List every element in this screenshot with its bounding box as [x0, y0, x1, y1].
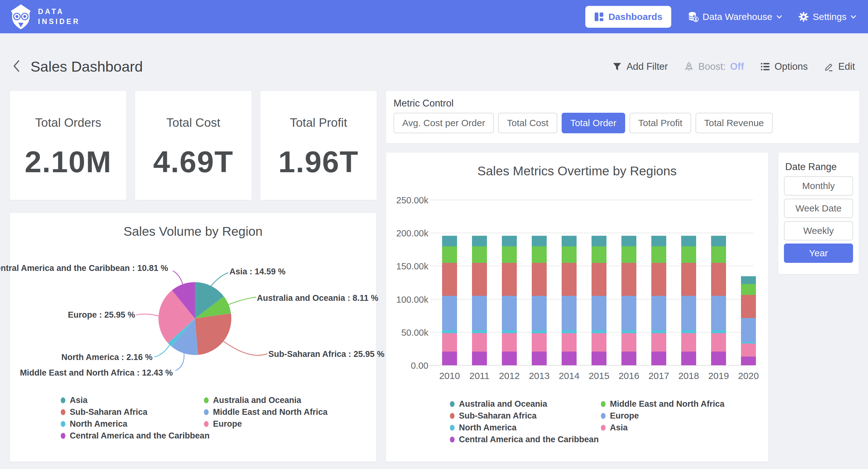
pie-slice[interactable] [195, 313, 231, 355]
boost-toggle[interactable]: Boost: Off [684, 61, 744, 72]
legend-item[interactable]: Asia [601, 422, 744, 434]
x-axis-tick: 2010 [435, 371, 465, 381]
bar-segment [472, 246, 487, 263]
nav-settings-label: Settings [813, 11, 846, 22]
nav-settings[interactable]: Settings [798, 11, 856, 22]
page-title: Sales Dashboard [31, 58, 143, 75]
legend-item[interactable]: Australia and Oceania [204, 394, 347, 406]
options-button[interactable]: Options [760, 61, 808, 72]
pie-slice-label: Europe : 25.95 % [68, 310, 135, 320]
stacked-bar-2019[interactable] [711, 236, 726, 365]
bar-segment [681, 333, 696, 352]
y-axis-tick: 50.00k [388, 328, 428, 338]
kpi-card-total-profit: Total Profit 1.96T [260, 91, 377, 200]
add-filter-button[interactable]: Add Filter [612, 61, 668, 72]
bar-chart-title: Sales Metrics Overtime by Regions [386, 164, 768, 178]
legend-item[interactable]: Sub-Saharan Africa [450, 410, 601, 422]
bar-segment [651, 263, 666, 296]
bar-segment [621, 352, 637, 365]
bar-segment [741, 344, 756, 357]
metric-option-total-order[interactable]: Total Order [562, 113, 625, 133]
stacked-bar-2018[interactable] [681, 236, 696, 365]
legend-label: Middle East and North Africa [610, 399, 724, 409]
metric-control-buttons: Avg. Cost per OrderTotal CostTotal Order… [394, 113, 773, 133]
nav-dashboards[interactable]: Dashboards [585, 6, 671, 28]
stacked-bar-2012[interactable] [502, 236, 517, 365]
bar-segment [562, 352, 577, 365]
x-axis-tick: 2019 [704, 371, 734, 381]
stacked-bar-2017[interactable] [651, 236, 666, 365]
pie-slice-label: Australia and Oceania : 8.11 % [257, 293, 378, 303]
bar-segment [681, 352, 696, 365]
pie-chart-card: Sales Volume by Region Asia : 14.59 %Aus… [10, 213, 376, 462]
bar-segment [592, 352, 607, 365]
stacked-bar-2011[interactable] [472, 236, 487, 365]
nav-dashboards-label: Dashboards [608, 11, 662, 22]
metric-option-avg-cost-per-order[interactable]: Avg. Cost per Order [394, 113, 494, 133]
bar-segment [711, 352, 726, 365]
edit-button[interactable]: Edit [824, 61, 855, 72]
stacked-bar-2014[interactable] [562, 236, 577, 365]
bar-segment [592, 263, 607, 296]
stacked-bar-2010[interactable] [442, 236, 457, 365]
bar-segment [592, 330, 607, 333]
pie-label-connector [173, 271, 183, 284]
x-axis-tick: 2011 [465, 371, 494, 381]
date-option-year[interactable]: Year [784, 243, 853, 263]
legend-item[interactable]: North America [450, 422, 601, 434]
stacked-bar-2013[interactable] [532, 236, 547, 365]
add-filter-label: Add Filter [626, 61, 668, 72]
gridline [430, 200, 753, 200]
legend-label: Europe [213, 419, 242, 429]
metric-option-total-cost[interactable]: Total Cost [498, 113, 557, 133]
metric-option-total-revenue[interactable]: Total Revenue [695, 113, 773, 133]
legend-label: Sub-Saharan Africa [70, 407, 148, 417]
x-axis-tick: 2015 [584, 371, 614, 381]
x-axis-tick: 2014 [554, 371, 584, 381]
stacked-bar-2020[interactable] [741, 276, 756, 365]
legend-label: Asia [70, 395, 88, 405]
bar-segment [651, 236, 666, 246]
dashboard-grid-icon [594, 12, 604, 22]
boost-label: Boost: [698, 61, 726, 72]
bar-segment [711, 296, 726, 330]
bar-segment [741, 284, 756, 295]
y-axis-tick: 100.00k [388, 295, 428, 305]
date-option-weekly[interactable]: Weekly [784, 221, 853, 240]
legend-dot [450, 413, 455, 419]
pie-slice-label: Middle East and North Africa : 12.43 % [20, 368, 173, 378]
bar-segment [741, 276, 756, 284]
bar-segment [741, 318, 756, 342]
legend-item[interactable]: Asia [61, 394, 204, 406]
y-axis-tick: 250.00k [388, 195, 428, 206]
bar-segment [711, 333, 726, 352]
bar-segment [741, 357, 756, 365]
legend-dot [450, 401, 455, 407]
bar-segment [621, 296, 637, 330]
back-button[interactable] [9, 57, 23, 75]
stacked-bar-2015[interactable] [592, 236, 607, 365]
kpi-value: 4.69T [153, 145, 234, 179]
legend-dot [601, 401, 606, 407]
stacked-bar-2016[interactable] [621, 236, 637, 365]
brand-line2: INSIDER [38, 17, 80, 27]
legend-item[interactable]: Europe [601, 410, 744, 422]
legend-item[interactable]: Sub-Saharan Africa [61, 406, 204, 418]
legend-item[interactable]: Central America and the Caribbean [450, 434, 601, 445]
legend-item[interactable]: Middle East and North Africa [601, 398, 744, 410]
bar-segment [621, 263, 637, 296]
bar-segment [681, 236, 696, 246]
y-axis-tick: 150.00k [388, 261, 428, 271]
bar-segment [532, 333, 547, 352]
date-option-monthly[interactable]: Monthly [784, 176, 853, 196]
y-axis-tick: 200.00k [388, 228, 428, 239]
legend-item[interactable]: Middle East and North Africa [204, 406, 347, 418]
legend-item[interactable]: Central America and the Caribbean [61, 430, 204, 442]
nav-data-warehouse[interactable]: Data Warehouse [687, 11, 782, 23]
date-option-week-date[interactable]: Week Date [784, 199, 853, 218]
metric-option-total-profit[interactable]: Total Profit [629, 113, 691, 133]
legend-item[interactable]: Australia and Oceania [450, 398, 601, 410]
bar-segment [681, 263, 696, 296]
legend-item[interactable]: North America [61, 418, 204, 430]
legend-item[interactable]: Europe [204, 418, 347, 430]
